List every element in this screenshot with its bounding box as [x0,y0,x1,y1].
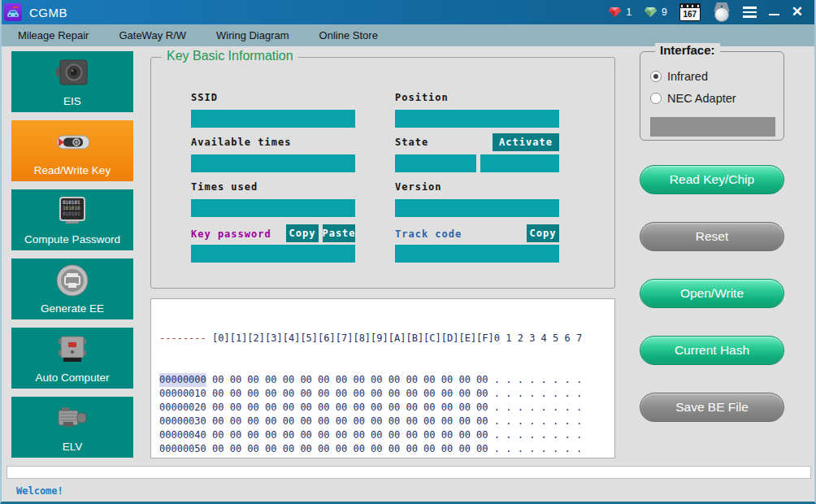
hex-bytes: 00 00 00 00 00 00 00 00 00 00 00 00 00 0… [212,373,494,387]
reset-button[interactable]: Reset [640,222,784,251]
red-gem-counter: 1 [608,7,632,18]
sidebar-item-generate-ee[interactable]: Generate EE [11,259,133,319]
calendar-days-icon: 167 [679,3,701,21]
key-password-field[interactable] [191,245,355,263]
group-title: Key Basic Information [162,49,298,63]
interface-status-field [650,117,775,137]
svg-text:010101: 010101 [63,199,80,205]
available-times-label: Available times [191,137,291,148]
sidebar-item-label: Compute Password [11,233,133,245]
red-gem-count: 1 [626,7,632,18]
hex-ascii: . . . . . . . . [494,374,582,385]
hex-ascii: . . . . . . . . [494,443,582,454]
sidebar-item-label: Generate EE [11,302,133,315]
times-used-label: Times used [191,181,258,193]
hex-header-columns: [0][1][2][3][4][5][6][7][8][9][A][B][C][… [212,332,494,345]
sidebar-item-eis[interactable]: EIS [11,51,133,112]
hex-address[interactable]: 00000060 [159,456,206,458]
key-password-copy-button[interactable]: Copy [286,224,319,242]
hex-bytes: 00 00 00 00 00 00 00 00 00 00 00 00 00 0… [212,456,494,458]
current-hash-button[interactable]: Current Hash [640,336,784,365]
round-button-icon [11,262,133,299]
radio-button-icon[interactable] [650,71,662,82]
hex-ascii: . . . . . . . . [494,388,582,399]
svg-text:010101: 010101 [63,211,80,216]
hexdump-row[interactable]: 0000006000 00 00 00 00 00 00 00 00 00 00… [159,456,614,458]
hex-bytes: 00 00 00 00 00 00 00 00 00 00 00 00 00 0… [212,415,494,428]
save-be-file-button[interactable]: Save BE File [640,393,784,422]
open-write-button[interactable]: Open/Write [640,279,784,308]
available-times-field[interactable] [191,154,355,172]
hexdump-row[interactable]: 0000005000 00 00 00 00 00 00 00 00 00 00… [159,442,614,456]
hexdump-row[interactable]: 0000004000 00 00 00 00 00 00 00 00 00 00… [159,428,614,442]
hexdump-row[interactable]: 0000003000 00 00 00 00 00 00 00 00 00 00… [159,415,614,428]
menu-hamburger-icon[interactable] [743,7,757,18]
sidebar-item-compute-password[interactable]: 010101 101010 010101 Compute Password [11,189,133,250]
title-bar: CGMB 1 9 167 [0,0,816,24]
sidebar-item-read-write-key[interactable]: Read/Write Key [11,120,133,181]
hex-dump-panel[interactable]: --------[0][1][2][3][4][5][6][7][8][9][A… [150,298,615,458]
hex-address[interactable]: 00000000 [159,373,206,387]
interface-group: Interface: Infrared NEC Adapter [640,51,784,141]
hex-bytes: 00 00 00 00 00 00 00 00 00 00 00 00 00 0… [212,401,494,415]
hex-bytes: 00 00 00 00 00 00 00 00 00 00 00 00 00 0… [212,442,494,456]
read-key-chip-button[interactable]: Read Key/Chip [640,165,784,194]
hex-bytes: 00 00 00 00 00 00 00 00 00 00 00 00 00 0… [212,428,494,442]
key-password-paste-button[interactable]: Paste [323,224,355,242]
menu-item-mileage-repair[interactable]: Mileage Repair [18,29,89,41]
interface-title: Interface: [655,43,720,57]
hexdump-row[interactable]: 0000001000 00 00 00 00 00 00 00 00 00 00… [159,387,614,401]
state-field-1[interactable] [395,154,476,172]
radio-label: NEC Adapter [667,92,736,105]
hex-dump-header: --------[0][1][2][3][4][5][6][7][8][9][A… [159,332,614,345]
version-label: Version [395,181,442,193]
hex-ascii: . . . . . . . . [494,457,582,458]
ssid-field[interactable] [191,110,355,128]
hex-header-ascii: 0 1 2 3 4 5 6 7 [494,332,582,344]
app-logo-icon [4,3,22,21]
track-code-copy-button[interactable]: Copy [527,224,559,242]
close-button[interactable]: ✕ [792,0,803,24]
sidebar-item-auto-computer[interactable]: Auto Computer [11,328,133,389]
version-field[interactable] [395,199,559,217]
medal-icon [713,2,731,22]
radio-infrared[interactable]: Infrared [650,70,708,83]
eis-lock-icon [11,54,133,92]
menu-item-online-store[interactable]: Online Store [319,29,378,41]
track-code-field[interactable] [395,245,559,263]
key-password-label: Key password [191,228,271,240]
menu-item-wiring-diagram[interactable]: Wiring Diagram [216,29,289,41]
svg-text:101010: 101010 [63,205,80,211]
ecu-icon [11,331,133,368]
state-field-2[interactable] [480,154,559,172]
sidebar-item-label: Read/Write Key [11,164,133,176]
times-used-field[interactable] [191,199,355,217]
green-gem-counter: 9 [644,7,667,18]
hexdump-rows: 0000000000 00 00 00 00 00 00 00 00 00 00… [159,373,614,458]
sidebar-item-label: EIS [11,95,133,107]
calendar-days-count: 167 [683,9,697,20]
hex-address[interactable]: 00000050 [159,442,206,456]
sidebar: EIS Read/Write Key 010101 101010 [11,51,133,466]
radio-nec-adapter[interactable]: NEC Adapter [650,92,736,105]
binary-screen-icon: 010101 101010 010101 [11,193,133,230]
position-field[interactable] [395,110,559,128]
hex-address[interactable]: 00000010 [159,387,206,401]
hexdump-row[interactable]: 0000002000 00 00 00 00 00 00 00 00 00 00… [159,401,614,415]
red-gem-icon [608,7,622,18]
ssid-label: SSID [191,92,218,103]
menu-item-gateway-rw[interactable]: GateWay R/W [119,29,186,41]
activate-button[interactable]: Activate [493,133,559,151]
app-window: CGMB 1 9 167 [0,0,816,504]
sidebar-item-elv[interactable]: ELV [11,397,133,458]
hex-ascii: . . . . . . . . [494,402,582,413]
hex-address[interactable]: 00000030 [159,415,206,428]
hexdump-row[interactable]: 0000000000 00 00 00 00 00 00 00 00 00 00… [159,373,614,387]
hex-address[interactable]: 00000020 [159,401,206,415]
hex-ascii: . . . . . . . . [494,415,582,427]
hex-address[interactable]: 00000040 [159,428,206,442]
track-code-label: Track code [395,228,462,240]
radio-button-icon[interactable] [650,93,662,104]
minimize-button[interactable] [769,9,779,16]
hex-bytes: 00 00 00 00 00 00 00 00 00 00 00 00 00 0… [212,387,494,401]
